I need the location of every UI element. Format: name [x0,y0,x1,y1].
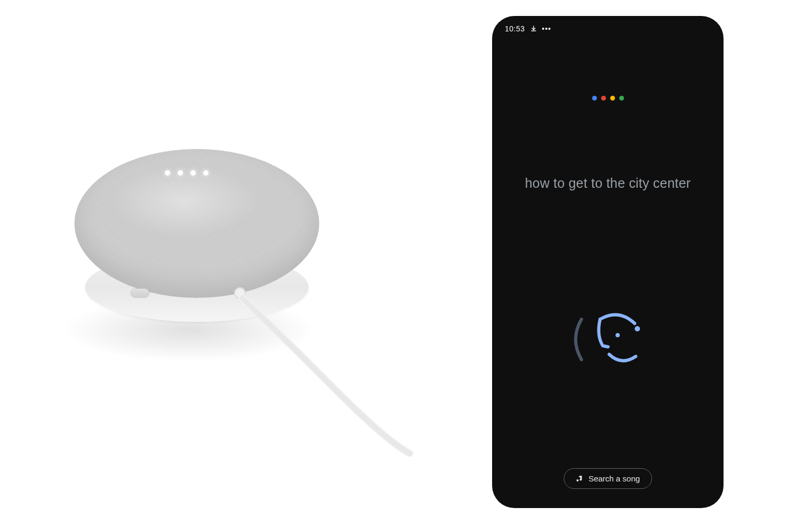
assistant-dot-red [601,96,606,101]
svg-point-1 [616,333,620,337]
download-icon [530,26,537,32]
indicator-light [178,170,183,176]
device-power-cable [239,294,410,453]
phone-mockup: 10:53 ••• how to get to the city center [492,16,724,508]
indicator-light [190,170,196,176]
listening-face-icon [560,303,656,378]
music-note-icon [576,475,583,483]
smart-speaker-device [45,96,386,436]
search-song-button[interactable]: Search a song [563,468,652,489]
more-icon: ••• [542,25,552,32]
device-indicator-lights [165,170,209,176]
svg-point-0 [635,326,640,331]
voice-query-text: how to get to the city center [492,176,724,191]
indicator-light [203,170,209,176]
search-song-label: Search a song [588,474,640,483]
assistant-dot-yellow [610,96,615,101]
assistant-dot-blue [592,96,597,101]
status-time: 10:53 [505,24,525,33]
assistant-logo-dots [592,96,624,101]
indicator-light [165,170,170,176]
device-mute-switch [130,288,149,298]
status-bar: 10:53 ••• [505,24,551,33]
assistant-dot-green [619,96,624,101]
